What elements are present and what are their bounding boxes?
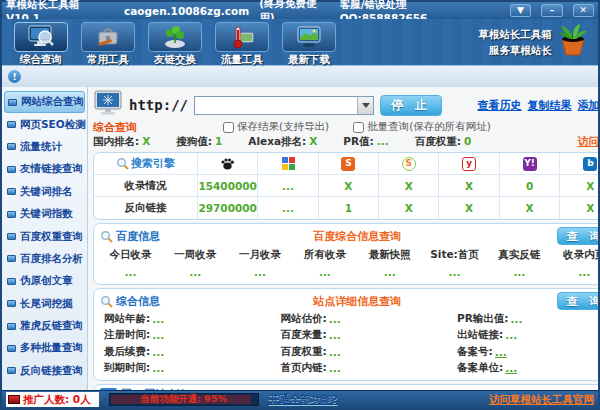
sidebar-item-label: 百度排名分析 (20, 252, 83, 266)
stat-alexa-rank: Alexa排名: X (248, 135, 317, 149)
yahoo-icon: Y! (500, 153, 560, 175)
url-dropdown-arrow-icon[interactable] (357, 97, 373, 114)
cell-value: ... (98, 263, 163, 280)
sidebar-item-label: 网页SEO检测 (20, 118, 86, 132)
field-label: 百度权重: (281, 345, 327, 359)
close-button[interactable]: ✕ (573, 4, 594, 17)
cell-value: X (379, 197, 439, 219)
sidebar-item-seo-check[interactable]: 网页SEO检测 (4, 113, 85, 135)
sidebar-item-yahoo-backlinks[interactable]: 雅虎反链查询 (4, 315, 85, 337)
bullet-icon (7, 345, 16, 352)
column-header: 所有收录 (292, 246, 357, 263)
cell-value: ... (292, 263, 357, 280)
toolbar: 综合查询 常用工具 (2, 19, 598, 65)
save-results-checkbox[interactable]: 保存结果(支持导出) (223, 120, 329, 134)
cell-value: X (439, 175, 499, 197)
minimize-button[interactable]: – (541, 4, 562, 17)
batch-query-checkbox[interactable]: 批量查询(保存的所有网址) (353, 120, 491, 134)
stat-sogou-value: 搜狗值: 1 (176, 135, 222, 149)
sidebar-item-label: 关键词指数 (20, 207, 73, 221)
cell-value: X (560, 197, 598, 219)
sidebar-item-site-overview[interactable]: 网站综合查询 (4, 91, 85, 113)
bullet-icon (7, 143, 16, 150)
field-label: 网站年龄: (104, 312, 150, 326)
sidebar-item-longtail-mining[interactable]: 长尾词挖掘 (4, 293, 85, 315)
icp-org-link[interactable]: ... (505, 362, 517, 374)
cell-value: 15400000 (198, 175, 258, 197)
field-value: ... (505, 329, 517, 341)
sidebar: 网站综合查询 网页SEO检测 流量统计 友情链接查询 关键词排名 关键词指数 (2, 87, 88, 390)
site-info-title: 综合信息 (116, 294, 160, 309)
field-label: 网站估价: (281, 312, 327, 326)
column-header: 收录内页 (552, 246, 598, 263)
bullet-icon (7, 233, 16, 240)
bullet-icon (8, 99, 17, 106)
engine-header-label: 搜索引擎 (131, 156, 175, 171)
stat-value: X (309, 135, 317, 149)
cell-value: 29700000 (198, 197, 258, 219)
sidebar-item-label: 长尾词挖掘 (20, 297, 73, 311)
promoter-icon (8, 395, 20, 404)
sidebar-item-reverse-links[interactable]: 反向链接查询 (4, 360, 85, 382)
field-label: 注册时间: (104, 328, 150, 342)
sidebar-item-keyword-rank[interactable]: 关键词排名 (4, 181, 85, 203)
icp-org-label: 备案单位: (457, 361, 503, 375)
tab-label: 常用工具 (87, 53, 129, 67)
batch-query-checkbox-input[interactable] (353, 122, 364, 133)
toolbox-icon (81, 22, 135, 52)
promoters-text: 推广人数: 0人 (23, 393, 91, 407)
sidebar-item-pseudo-original[interactable]: 伪原创文章 (4, 270, 85, 292)
visit-site-link[interactable]: 访问此站 (578, 134, 598, 149)
cell-value: ... (552, 263, 598, 280)
stat-pr-value: PR值: ... (343, 135, 388, 149)
field-value: ... (329, 329, 341, 341)
sidebar-item-batch-query[interactable]: 多种批量查询 (4, 337, 85, 359)
stat-value: 1 (215, 135, 222, 149)
youdao-icon: y (439, 153, 499, 175)
sidebar-item-baidu-rank[interactable]: 百度排名分析 (4, 248, 85, 270)
engine-grid: 搜索引擎 S S y (94, 153, 598, 219)
row-label-backlinks: 反向链接 (94, 197, 198, 219)
field-value: ... (152, 313, 164, 325)
feature-progress-bar: 当前功能开通: 95% (109, 393, 259, 406)
tab-label: 综合查询 (20, 53, 62, 67)
skin-icon[interactable]: ▼ (510, 4, 531, 17)
copy-results-link[interactable]: 复制结果 (528, 98, 572, 113)
sogou-icon: S (319, 153, 379, 175)
save-results-checkbox-input[interactable] (223, 122, 234, 133)
official-site-link[interactable]: 访问草根站长工具官网 (489, 393, 594, 407)
tab-traffic-tools[interactable]: 流量工具 (213, 22, 271, 67)
site-info-title-wrap: 综合信息 (100, 294, 160, 309)
baidu-icon (198, 153, 258, 175)
unlock-all-features-link[interactable]: 开通全部功能? (269, 393, 338, 407)
section-label: 综合查询 (93, 120, 137, 135)
add-url-link[interactable]: 添加网址 (578, 98, 598, 113)
sidebar-item-friend-links[interactable]: 友情链接查询 (4, 158, 85, 180)
site-query-button[interactable]: 查 询 (557, 292, 598, 310)
stop-button[interactable]: 停 止 (380, 95, 442, 116)
tab-composite-query[interactable]: 综合查询 (12, 22, 70, 67)
tab-link-exchange[interactable]: 友链交换 (146, 22, 204, 67)
sidebar-item-keyword-index[interactable]: 关键词指数 (4, 203, 85, 225)
stat-label: Alexa排名: (248, 135, 306, 149)
baidu-query-button[interactable]: 查 询 (557, 227, 598, 245)
field-value: ... (152, 362, 164, 374)
soso-letter: S (402, 157, 416, 171)
sidebar-item-baidu-weight[interactable]: 百度权重查询 (4, 225, 85, 247)
bullet-icon (7, 255, 16, 262)
tab-label: 最新下载 (288, 53, 330, 67)
tab-common-tools[interactable]: 常用工具 (79, 22, 137, 67)
tab-latest-downloads[interactable]: 最新下载 (280, 22, 338, 67)
view-history-link[interactable]: 查看历史 (478, 98, 522, 113)
stat-label: 百度权重: (415, 135, 461, 149)
url-input[interactable] (195, 97, 357, 114)
bing-icon: b (560, 153, 598, 175)
content-area: http:// 停 止 查看历史 复制结果 添加网址 综合查询 保存结果(支持导… (88, 87, 598, 390)
column-header: 一月收录 (228, 246, 293, 263)
sidebar-item-traffic-stats[interactable]: 流量统计 (4, 136, 85, 158)
brand-line1: 草根站长工具箱 (479, 27, 553, 43)
icp-number-link[interactable]: ... (495, 346, 507, 358)
cell-value: X (500, 197, 560, 219)
stat-label: 搜狗值: (176, 135, 212, 149)
brand-area: 草根站长工具箱 服务草根站长 (479, 23, 591, 62)
